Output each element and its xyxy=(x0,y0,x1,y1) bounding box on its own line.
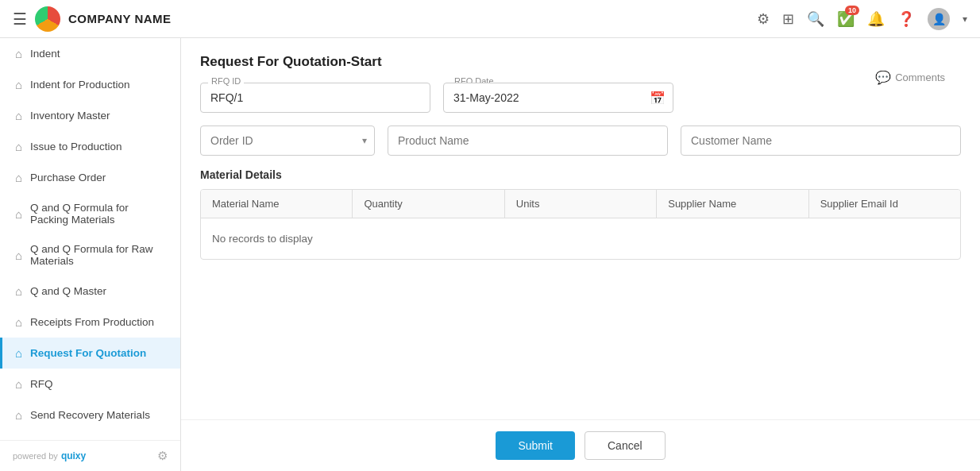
sidebar-item-request-for-quotation[interactable]: ⌂ Request For Quotation xyxy=(0,338,180,369)
tasks-badge: 10 xyxy=(845,6,859,15)
sidebar-item-q-and-q-master[interactable]: ⌂ Q and Q Master xyxy=(0,276,180,307)
submit-button[interactable]: Submit xyxy=(496,431,575,460)
powered-by-label: powered by xyxy=(13,451,58,461)
sidebar-icon-rfq: ⌂ xyxy=(15,377,22,391)
sidebar-icon-indent-for-production: ⌂ xyxy=(15,78,22,91)
sidebar-item-rfq[interactable]: ⌂ RFQ xyxy=(0,369,180,400)
search-icon[interactable]: 🔍 xyxy=(807,10,824,28)
topnav: ☰ COMPANY NAME ⚙ ⊞ 🔍 ✅ 10 🔔 ❓ 👤 ▾ xyxy=(0,0,980,38)
sidebar-label-indent: Indent xyxy=(30,48,60,60)
sidebar-label-purchase-order: Purchase Order xyxy=(30,172,106,183)
order-row: ▾ xyxy=(200,125,961,156)
cancel-button[interactable]: Cancel xyxy=(585,431,666,460)
sidebar-label-q-and-q-master: Q and Q Master xyxy=(30,285,106,297)
sidebar-item-inventory-master[interactable]: ⌂ Inventory Master xyxy=(0,100,180,131)
table-col-supplier-name: Supplier Name xyxy=(657,190,808,218)
comments-link[interactable]: 💬 Comments xyxy=(875,70,945,85)
sidebar-item-purchase-order[interactable]: ⌂ Purchase Order xyxy=(0,162,180,193)
sidebar-item-q-and-q-formula-raw[interactable]: ⌂ Q and Q Formula for Raw Materials xyxy=(0,234,180,276)
table-col-quantity: Quantity xyxy=(353,190,504,218)
order-id-input[interactable] xyxy=(200,125,375,156)
sidebar-label-q-and-q-formula-raw: Q and Q Formula for Raw Materials xyxy=(30,243,168,267)
avatar[interactable]: 👤 xyxy=(928,8,950,30)
product-name-input[interactable] xyxy=(388,125,668,156)
sidebar-icon-indent: ⌂ xyxy=(15,47,22,60)
sidebar-item-q-and-q-formula-packing[interactable]: ⌂ Q and Q Formula for Packing Materials xyxy=(0,193,180,234)
sidebar-item-indent[interactable]: ⌂ Indent xyxy=(0,38,180,69)
settings-footer-icon[interactable]: ⚙ xyxy=(157,449,168,463)
rfq-id-group: RFQ ID xyxy=(200,83,430,113)
company-logo xyxy=(35,6,60,32)
bottom-bar: Submit Cancel xyxy=(181,419,980,471)
sidebar-label-rfq: RFQ xyxy=(30,378,53,390)
sidebar-label-request-for-quotation: Request For Quotation xyxy=(30,347,146,359)
notifications-icon[interactable]: 🔔 xyxy=(867,10,885,28)
table-col-material-name: Material Name xyxy=(201,190,353,218)
page-title: Request For Quotation-Start xyxy=(200,54,961,70)
settings-icon[interactable]: ⚙ xyxy=(757,10,770,28)
form-section: RFQ ID RFQ Date 📅 ▾ xyxy=(200,83,961,260)
grid-icon[interactable]: ⊞ xyxy=(782,10,794,28)
main-content: Request For Quotation-Start 💬 Comments R… xyxy=(181,38,980,471)
quixy-logo: quixy xyxy=(61,450,86,461)
sidebar-label-inventory-master: Inventory Master xyxy=(30,110,110,122)
sidebar-icon-q-and-q-master: ⌂ xyxy=(15,284,22,298)
calendar-icon[interactable]: 📅 xyxy=(650,91,666,106)
sidebar-icon-receipts-from-production: ⌂ xyxy=(15,315,22,329)
sidebar-icon-inventory-master: ⌂ xyxy=(15,109,22,122)
order-id-group: ▾ xyxy=(200,125,375,156)
sidebar-icon-request-for-quotation: ⌂ xyxy=(15,346,22,360)
sidebar-icon-q-and-q-formula-packing: ⌂ xyxy=(15,207,22,221)
rfq-id-label: RFQ ID xyxy=(208,76,244,86)
sidebar-icon-purchase-order: ⌂ xyxy=(15,171,22,184)
sidebar-icon-q-and-q-formula-raw: ⌂ xyxy=(15,249,22,262)
sidebar-label-receipts-from-production: Receipts From Production xyxy=(30,316,154,328)
sidebar-label-indent-for-production: Indent for Production xyxy=(30,79,129,91)
sidebar-label-q-and-q-formula-packing: Q and Q Formula for Packing Materials xyxy=(30,202,168,226)
sidebar-icon-send-recovery-materials: ⌂ xyxy=(15,408,22,422)
customer-name-input[interactable] xyxy=(681,125,961,156)
help-icon[interactable]: ❓ xyxy=(897,10,915,28)
tasks-icon[interactable]: ✅ 10 xyxy=(837,10,855,28)
sidebar-item-indent-for-production[interactable]: ⌂ Indent for Production xyxy=(0,69,180,100)
rfq-id-input[interactable] xyxy=(200,83,430,113)
table-col-units: Units xyxy=(505,190,657,218)
material-table: Material NameQuantityUnitsSupplier NameS… xyxy=(200,189,961,260)
sidebar-item-receipts-from-production[interactable]: ⌂ Receipts From Production xyxy=(0,307,180,338)
rfq-row: RFQ ID RFQ Date 📅 xyxy=(200,83,961,113)
account-chevron-icon[interactable]: ▾ xyxy=(963,14,967,25)
customer-name-group xyxy=(681,125,961,156)
sidebar-item-issue-to-production[interactable]: ⌂ Issue to Production xyxy=(0,131,180,162)
material-details-label: Material Details xyxy=(200,168,961,181)
sidebar-footer: powered by quixy ⚙ xyxy=(0,440,180,471)
sidebar-label-issue-to-production: Issue to Production xyxy=(30,141,122,152)
sidebar-label-send-recovery-materials: Send Recovery Materials xyxy=(30,409,150,421)
comments-icon: 💬 xyxy=(875,70,891,85)
sidebar-item-send-recovery-materials[interactable]: ⌂ Send Recovery Materials xyxy=(0,400,180,430)
sidebar-icon-issue-to-production: ⌂ xyxy=(15,140,22,153)
sidebar: ⌂ Indent ⌂ Indent for Production ⌂ Inven… xyxy=(0,38,181,471)
rfq-date-group: RFQ Date 📅 xyxy=(443,83,673,113)
company-name: COMPANY NAME xyxy=(68,12,172,25)
table-col-supplier-email-id: Supplier Email Id xyxy=(809,190,960,218)
table-header: Material NameQuantityUnitsSupplier NameS… xyxy=(201,190,960,218)
rfq-date-input[interactable] xyxy=(443,83,673,113)
hamburger-icon[interactable]: ☰ xyxy=(13,10,27,29)
comments-label: Comments xyxy=(895,71,945,83)
product-name-group xyxy=(388,125,668,156)
table-empty-message: No records to display xyxy=(201,218,960,259)
